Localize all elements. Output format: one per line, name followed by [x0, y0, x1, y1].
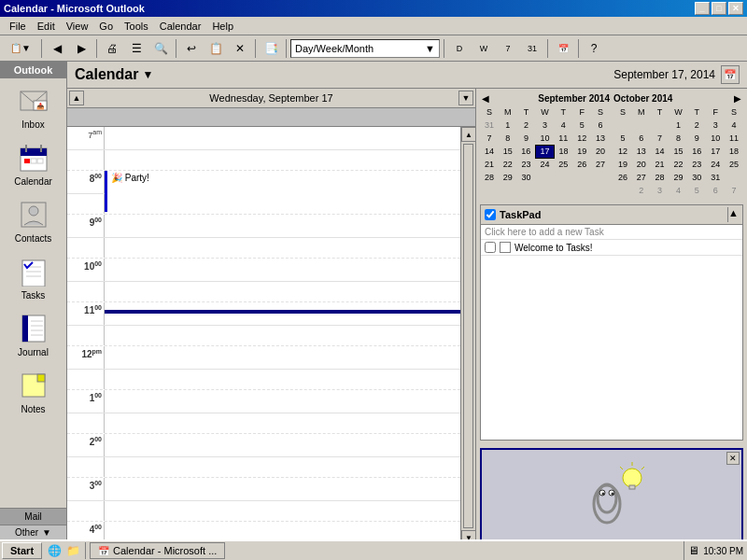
find-button[interactable]: 🔍 [149, 38, 172, 59]
timeslot-1pm: 100 [67, 390, 460, 413]
taskbar-calendar-item[interactable]: 📅 Calendar - Microsoft ... [90, 542, 225, 559]
sidebar-item-inbox[interactable]: 📥 Inbox [0, 78, 66, 135]
clipboard-button[interactable]: 📋 [204, 38, 227, 59]
party-event[interactable]: 🎉 Party! [105, 171, 460, 212]
mini-cal-october: October 2014 ▶ S M T W T [613, 92, 743, 197]
menu-bar: File Edit View Go Tools Calendar Help [0, 17, 747, 35]
sep3 [176, 39, 176, 58]
sidebar-item-journal[interactable]: Journal [0, 306, 66, 363]
task-label: Welcome to Tasks! [514, 243, 593, 253]
svg-rect-9 [37, 159, 43, 163]
oct-cal-grid: S M T W T F S [613, 105, 743, 197]
maximize-button[interactable]: □ [712, 2, 726, 15]
task-check-box[interactable] [500, 242, 511, 253]
start-label: Start [10, 545, 34, 556]
delete-button[interactable]: ✕ [229, 38, 251, 59]
inbox-label: Inbox [21, 119, 44, 130]
today-cell[interactable]: 17 [536, 145, 555, 158]
sidebar-item-contacts[interactable]: Contacts [0, 192, 66, 249]
day-scroll-up-btn[interactable]: ▲ [461, 127, 475, 142]
sidebar-item-tasks[interactable]: Tasks [0, 249, 66, 306]
close-button[interactable]: ✕ [728, 2, 743, 15]
taskbar-tray: 🖥 10:30 PM [684, 541, 747, 560]
task-checkbox[interactable] [485, 242, 496, 253]
day-scroll-area: 7am 800 🎉 [67, 127, 475, 545]
sidebar-item-notes[interactable]: Notes [0, 363, 66, 420]
day-scroll-down[interactable]: ▼ [458, 91, 473, 105]
start-button[interactable]: Start [2, 542, 42, 559]
journal-label: Journal [18, 347, 49, 357]
minimize-button[interactable]: _ [695, 2, 710, 15]
svg-point-26 [598, 484, 616, 512]
contacts-icon [17, 198, 50, 231]
title-bar: Calendar - Microsoft Outlook _ □ ✕ [0, 0, 747, 17]
forward-button[interactable]: ▶ [70, 38, 92, 59]
current-time-indicator [105, 310, 460, 314]
day-scroll-thumb[interactable] [463, 144, 473, 528]
ie-icon[interactable]: 🌐 [46, 542, 63, 559]
toolbar: 📋▼ ◀ ▶ 🖨 ☰ 🔍 ↩ 📋 ✕ 📑 Day/Week/Month ▼ D … [0, 35, 747, 62]
svg-rect-24 [37, 374, 45, 382]
svg-line-34 [620, 467, 623, 469]
menu-view[interactable]: View [61, 19, 94, 34]
svg-point-29 [602, 493, 605, 496]
view-button[interactable]: ☰ [125, 38, 148, 59]
task-item-welcome: Welcome to Tasks! [481, 240, 742, 256]
tasks-icon [17, 255, 50, 288]
outlook-bar-title[interactable]: Outlook [0, 62, 66, 78]
taskpad-toggle[interactable] [485, 209, 496, 220]
menu-edit[interactable]: Edit [32, 19, 61, 34]
menu-tools[interactable]: Tools [119, 19, 154, 34]
menu-help[interactable]: Help [206, 19, 239, 34]
sidebar-item-calendar[interactable]: Calendar [0, 135, 66, 192]
new-button[interactable]: 📋▼ [4, 38, 37, 59]
print-button[interactable]: 🖨 [101, 38, 123, 59]
calendar-main: Calendar ▼ September 17, 2014 📅 ▲ Wednes… [67, 62, 747, 539]
week-view-btn[interactable]: W [472, 38, 495, 59]
taskpad-scroll[interactable]: ▲ [727, 207, 739, 222]
timeslot-930 [67, 238, 460, 259]
timeslot-11am: 1100 [67, 302, 460, 326]
notes-icon [17, 369, 50, 402]
quick-launch: 🌐 📁 [42, 542, 86, 559]
clippy-close-button[interactable]: ✕ [726, 452, 740, 465]
day-scroll-up[interactable]: ▲ [69, 91, 84, 105]
outlook-bar-bottom: Mail Other ▼ [0, 508, 66, 539]
svg-point-11 [29, 206, 38, 216]
menu-go[interactable]: Go [93, 19, 119, 34]
calendar-label: Calendar [14, 176, 52, 187]
day-view-btn[interactable]: D [448, 38, 471, 59]
timeslot-330 [67, 501, 460, 522]
add-task-area[interactable]: Click here to add a new Task [481, 225, 742, 240]
day-label: Wednesday, September 17 [209, 92, 332, 104]
back-button[interactable]: ◀ [46, 38, 68, 59]
view-dropdown[interactable]: Day/Week/Month ▼ [290, 39, 440, 58]
timeslot-8am: 800 🎉 Party! [67, 171, 460, 194]
timeslot-2pm: 200 [67, 434, 460, 457]
sep-cal-grid: S M T W T F S [480, 105, 610, 184]
svg-text:📥: 📥 [35, 102, 44, 110]
calendar-icon-btn[interactable]: 📅 [721, 65, 740, 84]
timeslot-230 [67, 457, 460, 478]
menu-calendar[interactable]: Calendar [154, 19, 207, 34]
mini-cal-september: ◀ September 2014 S M T W T [480, 92, 610, 197]
mail-section-btn[interactable]: Mail [0, 508, 66, 525]
day-view-header: ▲ Wednesday, September 17 ▼ [67, 89, 475, 108]
day-view: ▲ Wednesday, September 17 ▼ 7am [67, 89, 476, 545]
help-button[interactable]: ? [583, 38, 605, 59]
menu-file[interactable]: File [4, 19, 32, 34]
day-scrollbar[interactable]: ▲ ▼ [460, 127, 475, 545]
sep1 [41, 39, 42, 58]
prev-month-btn[interactable]: ◀ [480, 92, 491, 104]
organizer-button[interactable]: 📑 [260, 38, 282, 59]
other-section-btn[interactable]: Other ▼ [0, 525, 66, 539]
day-time-grid[interactable]: 7am 800 🎉 [67, 127, 460, 545]
explorer-icon[interactable]: 📁 [64, 542, 81, 559]
month-view-btn[interactable]: 31 [521, 38, 543, 59]
7day-view-btn[interactable]: 7 [497, 38, 519, 59]
journal-icon [17, 312, 50, 345]
today-button[interactable]: 📅 [552, 38, 574, 59]
undo-button[interactable]: ↩ [180, 38, 203, 59]
taskpad-header: TaskPad ▲ [481, 205, 742, 225]
next-month-btn[interactable]: ▶ [732, 92, 743, 104]
